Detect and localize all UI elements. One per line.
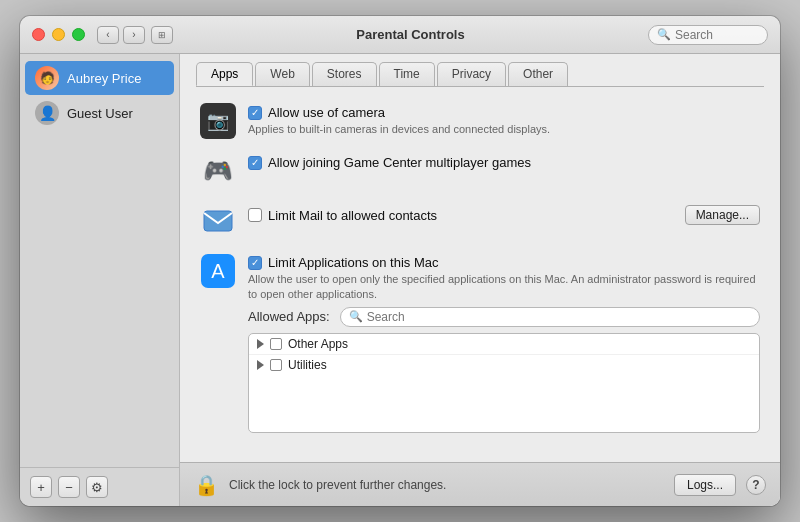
camera-label-row: ✓ Allow use of camera [248, 105, 760, 120]
traffic-lights [32, 28, 85, 41]
search-box[interactable]: 🔍 [648, 25, 768, 45]
camera-setting-body: ✓ Allow use of camera Applies to built-i… [248, 103, 760, 137]
camera-setting-row: 📷 ✓ Allow use of camera Applies to built… [200, 103, 760, 139]
gamecenter-setting-row: 🎮 ✓ Allow joining Game Center multiplaye… [200, 153, 760, 189]
logs-button[interactable]: Logs... [674, 474, 736, 496]
search-icon: 🔍 [657, 28, 671, 41]
panel-content: 📷 ✓ Allow use of camera Applies to built… [180, 87, 780, 462]
lock-text: Click the lock to prevent further change… [229, 478, 664, 492]
camera-title: Allow use of camera [268, 105, 385, 120]
avatar-aubrey: 🧑 [35, 66, 59, 90]
utilities-checkbox[interactable] [270, 359, 282, 371]
gamecenter-title: Allow joining Game Center multiplayer ga… [268, 155, 531, 170]
mail-icon-wrap [200, 203, 236, 239]
limit-apps-body: ✓ Limit Applications on this Mac Allow t… [248, 253, 760, 433]
help-button[interactable]: ? [746, 475, 766, 495]
limit-apps-checkbox[interactable]: ✓ [248, 256, 262, 270]
expand-icon-other-apps [257, 339, 264, 349]
apps-list-box: Other Apps Utilities [248, 333, 760, 433]
limit-apps-setting-row: A ✓ Limit Applications on this Mac Allow… [200, 253, 760, 433]
tab-other[interactable]: Other [508, 62, 568, 86]
lock-icon[interactable]: 🔒 [194, 473, 219, 497]
allowed-apps-header: Allowed Apps: 🔍 [248, 307, 760, 327]
mail-checkbox[interactable] [248, 208, 262, 222]
forward-button[interactable]: › [123, 26, 145, 44]
main-content: 🧑 Aubrey Price 👤 Guest User + − ⚙ Apps W… [20, 54, 780, 506]
mail-setting-row: Limit Mail to allowed contacts Manage... [200, 203, 760, 239]
add-user-button[interactable]: + [30, 476, 52, 498]
back-button[interactable]: ‹ [97, 26, 119, 44]
search-allowed-icon: 🔍 [349, 310, 363, 323]
list-item-other-apps[interactable]: Other Apps [249, 334, 759, 355]
other-apps-checkbox[interactable] [270, 338, 282, 350]
sidebar-footer: + − ⚙ [20, 467, 179, 506]
expand-icon-utilities [257, 360, 264, 370]
sidebar-list: 🧑 Aubrey Price 👤 Guest User [20, 54, 179, 467]
close-button[interactable] [32, 28, 45, 41]
limit-apps-label-row: ✓ Limit Applications on this Mac [248, 255, 760, 270]
mail-icon [202, 205, 234, 237]
tab-time[interactable]: Time [379, 62, 435, 86]
gamecenter-icon: 🎮 [200, 153, 236, 189]
sidebar-label-aubrey: Aubrey Price [67, 71, 141, 86]
gamecenter-checkbox[interactable]: ✓ [248, 156, 262, 170]
allowed-apps-search[interactable]: 🔍 [340, 307, 760, 327]
manage-button[interactable]: Manage... [685, 205, 760, 225]
utilities-label: Utilities [288, 358, 327, 372]
allowed-apps-search-input[interactable] [367, 310, 751, 324]
list-item-utilities[interactable]: Utilities [249, 355, 759, 375]
tab-apps[interactable]: Apps [196, 62, 253, 86]
other-apps-label: Other Apps [288, 337, 348, 351]
mail-setting-body: Limit Mail to allowed contacts Manage... [248, 203, 760, 225]
minimize-button[interactable] [52, 28, 65, 41]
svg-text:A: A [211, 260, 225, 282]
search-input[interactable] [675, 28, 765, 42]
settings-button[interactable]: ⚙ [86, 476, 108, 498]
sidebar: 🧑 Aubrey Price 👤 Guest User + − ⚙ [20, 54, 180, 506]
mail-title: Limit Mail to allowed contacts [268, 208, 437, 223]
sidebar-item-aubrey[interactable]: 🧑 Aubrey Price [25, 61, 174, 95]
camera-icon: 📷 [200, 103, 236, 139]
tab-privacy[interactable]: Privacy [437, 62, 506, 86]
grid-button[interactable]: ⊞ [151, 26, 173, 44]
gamecenter-label-row: ✓ Allow joining Game Center multiplayer … [248, 155, 760, 170]
apps-icon-wrap: A [200, 253, 236, 289]
camera-desc: Applies to built-in cameras in devices a… [248, 122, 760, 137]
tabs: Apps Web Stores Time Privacy Other [180, 54, 780, 86]
tab-stores[interactable]: Stores [312, 62, 377, 86]
tab-web[interactable]: Web [255, 62, 309, 86]
nav-buttons: ‹ › [97, 26, 145, 44]
sidebar-label-guest: Guest User [67, 106, 133, 121]
remove-user-button[interactable]: − [58, 476, 80, 498]
main-window: ‹ › ⊞ Parental Controls 🔍 🧑 Aubrey Price… [20, 16, 780, 506]
titlebar: ‹ › ⊞ Parental Controls 🔍 [20, 16, 780, 54]
bottom-bar: 🔒 Click the lock to prevent further chan… [180, 462, 780, 506]
camera-checkbox[interactable]: ✓ [248, 106, 262, 120]
window-title: Parental Controls [173, 27, 648, 42]
right-panel: Apps Web Stores Time Privacy Other 📷 ✓ A… [180, 54, 780, 506]
mail-label-row: Limit Mail to allowed contacts Manage... [248, 205, 760, 225]
svg-rect-0 [204, 211, 232, 231]
allowed-apps-section: Allowed Apps: 🔍 Other App [248, 307, 760, 433]
sidebar-item-guest[interactable]: 👤 Guest User [25, 96, 174, 130]
gamecenter-setting-body: ✓ Allow joining Game Center multiplayer … [248, 153, 760, 170]
allowed-apps-label: Allowed Apps: [248, 309, 330, 324]
avatar-guest: 👤 [35, 101, 59, 125]
app-store-icon: A [201, 254, 235, 288]
limit-apps-desc: Allow the user to open only the specifie… [248, 272, 760, 303]
maximize-button[interactable] [72, 28, 85, 41]
limit-apps-title: Limit Applications on this Mac [268, 255, 439, 270]
